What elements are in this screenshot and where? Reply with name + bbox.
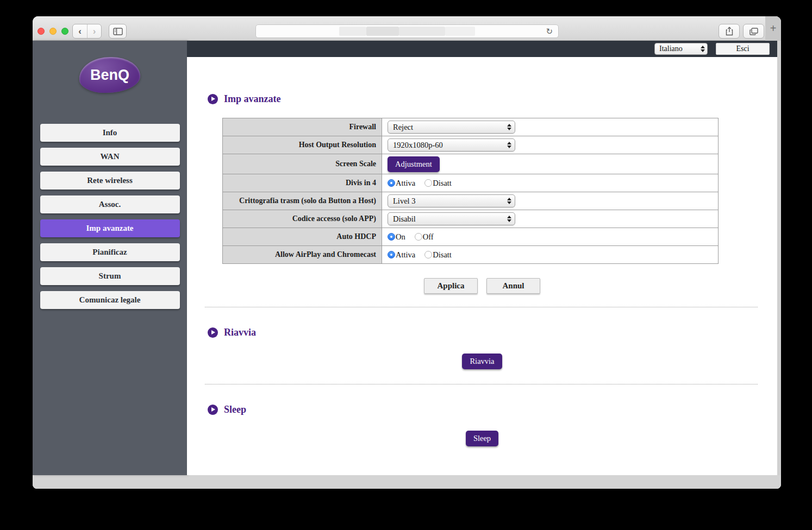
table-row: Divis in 4 Attiva Disatt bbox=[223, 174, 719, 192]
language-select-value: Italiano bbox=[659, 45, 701, 53]
section-title-sleep: Sleep bbox=[224, 404, 246, 415]
radio-option-disatt[interactable]: Disatt bbox=[424, 250, 452, 260]
play-circle-icon bbox=[208, 327, 218, 338]
radio-icon bbox=[415, 233, 422, 241]
radio-icon bbox=[388, 179, 395, 187]
new-tab-button[interactable]: + bbox=[765, 16, 781, 41]
browser-toolbar: ‹ › ↻ bbox=[33, 16, 781, 41]
restart-button[interactable]: Riavvia bbox=[462, 354, 502, 369]
page-scrollbar-track bbox=[777, 41, 781, 475]
sidebar-item-pianificaz[interactable]: Pianificaz bbox=[40, 243, 180, 261]
radio-option-attiva[interactable]: Attiva bbox=[388, 250, 415, 260]
section-header-advanced: Imp avanzate bbox=[208, 93, 781, 105]
back-button[interactable]: ‹ bbox=[73, 24, 87, 38]
table-row: Auto HDCP On Off bbox=[223, 228, 719, 246]
radio-option-disatt[interactable]: Disatt bbox=[424, 179, 452, 188]
select-stepper-icon bbox=[701, 46, 705, 52]
sidebar-toggle-button[interactable] bbox=[109, 24, 127, 39]
address-bar[interactable]: ↻ bbox=[255, 24, 559, 38]
reload-icon[interactable]: ↻ bbox=[546, 27, 553, 36]
advanced-settings-table: Firewall Reject Host Output Resolution 1… bbox=[222, 118, 719, 264]
select-stepper-icon bbox=[507, 142, 511, 148]
top-dark-bar: Italiano Esci bbox=[187, 41, 781, 57]
select-stepper-icon bbox=[507, 216, 511, 222]
browser-window: ‹ › ↻ bbox=[33, 16, 781, 489]
table-row: Host Output Resolution 1920x1080p-60 bbox=[223, 136, 719, 154]
play-circle-icon bbox=[208, 405, 218, 415]
window-bottom-strip bbox=[33, 475, 781, 489]
radio-icon bbox=[424, 179, 432, 187]
table-row: Codice accesso (solo APP) Disabil bbox=[223, 210, 719, 228]
table-row: Firewall Reject bbox=[223, 118, 719, 136]
section-title-advanced: Imp avanzate bbox=[224, 93, 281, 105]
redacted-url bbox=[339, 27, 475, 36]
host-output-resolution-select[interactable]: 1920x1080p-60 bbox=[388, 138, 515, 152]
row-label: Host Output Resolution bbox=[223, 136, 382, 154]
sidebar-item-wan[interactable]: WAN bbox=[40, 148, 180, 166]
section-header-sleep: Sleep bbox=[208, 404, 781, 415]
sidebar-item-assoc[interactable]: Assoc. bbox=[40, 195, 180, 213]
access-code-select[interactable]: Disabil bbox=[388, 212, 515, 225]
select-stepper-icon bbox=[507, 198, 511, 204]
sidebar: BenQ Info WAN Rete wireless Assoc. Imp a… bbox=[33, 41, 187, 475]
radio-icon bbox=[388, 251, 395, 258]
play-circle-icon bbox=[208, 94, 218, 104]
radio-option-off[interactable]: Off bbox=[415, 232, 434, 242]
apply-button[interactable]: Applica bbox=[424, 278, 478, 294]
form-actions: Applica Annul bbox=[187, 278, 777, 294]
page-content: BenQ Info WAN Rete wireless Assoc. Imp a… bbox=[33, 41, 781, 475]
benq-logo-text: BenQ bbox=[90, 67, 129, 84]
radio-icon bbox=[388, 233, 395, 241]
minimize-window-button[interactable] bbox=[49, 28, 57, 35]
radio-option-on[interactable]: On bbox=[388, 232, 405, 242]
forward-button[interactable]: › bbox=[87, 24, 101, 38]
main-area: Italiano Esci Imp avanzate Firewall Reje… bbox=[187, 41, 781, 475]
sleep-button[interactable]: Sleep bbox=[466, 431, 498, 446]
radio-option-attiva[interactable]: Attiva bbox=[388, 179, 415, 188]
sidebar-item-info[interactable]: Info bbox=[40, 124, 180, 142]
cancel-button[interactable]: Annul bbox=[486, 278, 540, 294]
sidebar-icon bbox=[113, 28, 123, 35]
tabs-icon bbox=[749, 28, 758, 35]
nav-button-group: ‹ › bbox=[72, 24, 102, 39]
adjustment-button[interactable]: Adjustment bbox=[388, 156, 440, 172]
encryption-level-select[interactable]: Livel 3 bbox=[388, 194, 515, 207]
sidebar-item-rete-wireless[interactable]: Rete wireless bbox=[40, 172, 180, 190]
traffic-lights bbox=[38, 28, 68, 35]
zoom-window-button[interactable] bbox=[61, 28, 68, 35]
share-icon bbox=[726, 27, 733, 36]
table-row: Screen Scale Adjustment bbox=[223, 154, 719, 174]
row-label: Auto HDCP bbox=[223, 228, 382, 246]
section-divider bbox=[205, 307, 758, 307]
share-button[interactable] bbox=[719, 24, 740, 39]
row-label: Screen Scale bbox=[223, 154, 382, 174]
close-window-button[interactable] bbox=[38, 28, 45, 35]
section-header-restart: Riavvia bbox=[208, 327, 781, 338]
airplay-chromecast-radio-group: Attiva Disatt bbox=[388, 250, 718, 260]
benq-logo: BenQ bbox=[79, 57, 140, 93]
logout-button[interactable]: Esci bbox=[716, 43, 770, 55]
row-label: Codice accesso (solo APP) bbox=[223, 210, 382, 228]
restart-action: Riavvia bbox=[187, 354, 777, 369]
show-tabs-button[interactable] bbox=[743, 24, 764, 39]
table-row: Allow AirPlay and Chromecast Attiva Disa… bbox=[223, 246, 719, 264]
language-select[interactable]: Italiano bbox=[654, 43, 708, 55]
firewall-select[interactable]: Reject bbox=[388, 121, 515, 134]
row-label: Allow AirPlay and Chromecast bbox=[223, 246, 382, 264]
section-divider bbox=[205, 384, 758, 384]
section-title-restart: Riavvia bbox=[224, 327, 256, 338]
sidebar-item-strum[interactable]: Strum bbox=[40, 267, 180, 285]
sidebar-menu: Info WAN Rete wireless Assoc. Imp avanza… bbox=[33, 124, 187, 309]
auto-hdcp-radio-group: On Off bbox=[388, 232, 718, 242]
sidebar-item-imp-avanzate[interactable]: Imp avanzate bbox=[40, 219, 180, 237]
sidebar-item-comunicaz-legale[interactable]: Comunicaz legale bbox=[40, 291, 180, 309]
row-label: Divis in 4 bbox=[223, 174, 382, 192]
select-stepper-icon bbox=[507, 124, 511, 130]
row-label: Firewall bbox=[223, 118, 382, 136]
table-row: Crittografia trasm (solo da Button a Hos… bbox=[223, 192, 719, 210]
sleep-action: Sleep bbox=[187, 431, 777, 446]
radio-icon bbox=[424, 251, 432, 258]
row-label: Crittografia trasm (solo da Button a Hos… bbox=[223, 192, 382, 210]
divis-in-4-radio-group: Attiva Disatt bbox=[388, 179, 718, 188]
